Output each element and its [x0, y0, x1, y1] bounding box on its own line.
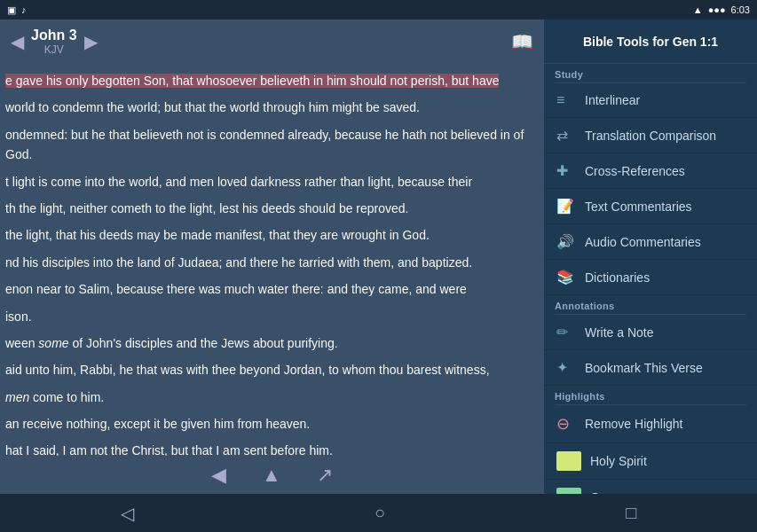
- write-note-label: Write a Note: [585, 325, 654, 340]
- tools-header: Bible Tools for Gen 1:1: [544, 20, 757, 64]
- annotations-section-label: Annotations: [544, 295, 757, 314]
- audio-icon: ♪: [21, 4, 27, 15]
- holy-spirit-color-swatch: [556, 451, 581, 471]
- tools-content: Study ≡ Interlinear ⇄ Translation Compar…: [544, 64, 757, 494]
- bible-content[interactable]: e gave his only begotten Son, that whoso…: [0, 64, 544, 456]
- bible-panel: ◀ John 3 KJV ▶ 📖 e gave his only begotte…: [0, 20, 544, 494]
- remove-highlight-icon: ⊖: [556, 414, 576, 434]
- bible-verse-10: ween some of John's disciples and the Je…: [5, 333, 539, 353]
- bible-verse-5: th the light, neither cometh to the ligh…: [5, 199, 539, 218]
- android-nav-bar: ◁ ○ □: [0, 494, 757, 532]
- bible-verse-11: aid unto him, Rabbi, he that was with th…: [5, 360, 539, 379]
- cross-references-label: Cross-References: [585, 164, 685, 178]
- battery-icon: ●●●: [708, 4, 726, 15]
- cross-ref-icon: ✚: [556, 162, 576, 179]
- signal-icon: ▲: [693, 4, 703, 15]
- sidebar-item-grace[interactable]: Grace: [544, 480, 757, 494]
- tools-panel: Bible Tools for Gen 1:1 Study ≡ Interlin…: [544, 20, 757, 494]
- tools-title: Bible Tools for Gen 1:1: [583, 35, 718, 49]
- dictionaries-label: Dictionaries: [585, 270, 650, 285]
- share-button[interactable]: ↗: [317, 464, 333, 487]
- prev-chapter-button[interactable]: ◀: [11, 31, 24, 52]
- status-right-icons: ▲ ●●● 6:03: [693, 4, 750, 15]
- bible-verse-3: ondemned: but he that believeth not is c…: [5, 125, 539, 165]
- sidebar-item-text-commentaries[interactable]: 📝 Text Commentaries: [544, 189, 757, 224]
- bible-version: KJV: [31, 43, 77, 56]
- remove-highlight-label: Remove Highlight: [585, 417, 683, 431]
- bible-verse-4: t light is come into the world, and men …: [5, 172, 539, 192]
- text-comm-icon: 📝: [556, 198, 576, 215]
- text-commentaries-label: Text Commentaries: [585, 200, 692, 214]
- status-bar: ▣ ♪ ▲ ●●● 6:03: [0, 0, 757, 20]
- sidebar-item-holy-spirit[interactable]: Holy Spirit: [544, 443, 757, 480]
- bible-verse-13: an receive nothing, except it be given h…: [5, 414, 539, 434]
- study-section-label: Study: [544, 64, 757, 82]
- grace-label: Grace: [590, 490, 624, 494]
- up-button[interactable]: ▲: [262, 464, 281, 487]
- highlights-section-label: Highlights: [544, 386, 757, 404]
- sidebar-item-translation-comparison[interactable]: ⇄ Translation Comparison: [544, 118, 757, 153]
- holy-spirit-label: Holy Spirit: [590, 454, 647, 468]
- back-nav-button[interactable]: ◁: [121, 503, 134, 524]
- next-chapter-button[interactable]: ▶: [84, 31, 98, 52]
- bible-title: John 3 KJV: [31, 27, 77, 56]
- sidebar-item-write-note[interactable]: ✏ Write a Note: [544, 315, 757, 350]
- sidebar-item-audio-commentaries[interactable]: 🔊 Audio Commentaries: [544, 224, 757, 260]
- bible-verse-7: nd his disciples into the land of Judaea…: [5, 253, 539, 272]
- audio-comm-icon: 🔊: [556, 233, 576, 250]
- bible-bottom-toolbar: ◀ ▲ ↗: [0, 456, 544, 494]
- clock: 6:03: [731, 4, 750, 15]
- interlinear-label: Interlinear: [585, 93, 640, 107]
- sidebar-item-bookmark[interactable]: ✦ Bookmark This Verse: [544, 350, 757, 386]
- back-button[interactable]: ◀: [211, 464, 226, 487]
- audio-commentaries-label: Audio Commentaries: [585, 235, 701, 249]
- home-nav-button[interactable]: ○: [375, 503, 385, 523]
- bible-verse-1: e gave his only begotten Son, that whoso…: [5, 71, 539, 90]
- sidebar-item-remove-highlight[interactable]: ⊖ Remove Highlight: [544, 405, 757, 443]
- translation-comparison-label: Translation Comparison: [585, 129, 716, 143]
- bible-verse-6: the light, that his deeds may be made ma…: [5, 225, 539, 245]
- bible-verse-8: enon near to Salim, because there was mu…: [5, 279, 539, 299]
- dictionaries-icon: 📚: [556, 269, 576, 286]
- bible-book-icon[interactable]: 📖: [511, 31, 533, 52]
- sidebar-item-cross-references[interactable]: ✚ Cross-References: [544, 153, 757, 189]
- recent-nav-button[interactable]: □: [626, 503, 636, 523]
- highlighted-text: e gave his only begotten Son, that whoso…: [5, 74, 499, 88]
- grace-color-swatch: [556, 488, 581, 494]
- translation-icon: ⇄: [556, 127, 576, 144]
- book-name: John 3: [31, 27, 77, 43]
- bible-verse-2: world to condemn the world; but that the…: [5, 98, 539, 117]
- bible-verse-9: ison.: [5, 307, 539, 326]
- bible-header: ◀ John 3 KJV ▶ 📖: [0, 20, 544, 64]
- wifi-icon: ▣: [7, 4, 16, 16]
- sidebar-item-interlinear[interactable]: ≡ Interlinear: [544, 83, 757, 118]
- bookmark-icon: ✦: [556, 359, 576, 376]
- bible-nav: ◀ John 3 KJV ▶: [11, 27, 98, 56]
- main-container: ◀ John 3 KJV ▶ 📖 e gave his only begotte…: [0, 20, 757, 494]
- status-left-icons: ▣ ♪: [7, 4, 27, 16]
- interlinear-icon: ≡: [556, 92, 576, 108]
- write-note-icon: ✏: [556, 324, 576, 340]
- bible-verse-12: men come to him.: [5, 387, 539, 407]
- bookmark-label: Bookmark This Verse: [585, 361, 703, 375]
- bible-verse-14: hat I said, I am not the Christ, but tha…: [5, 441, 539, 456]
- sidebar-item-dictionaries[interactable]: 📚 Dictionaries: [544, 260, 757, 295]
